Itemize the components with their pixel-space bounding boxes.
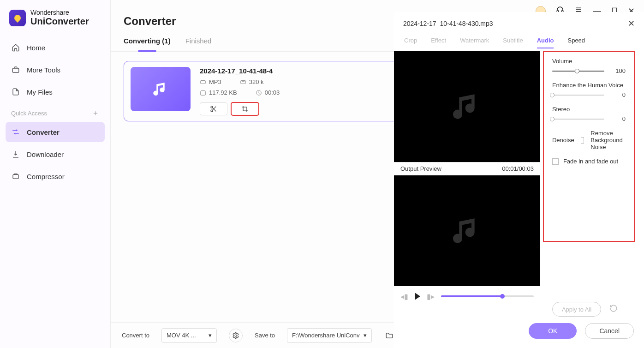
svg-rect-9 bbox=[240, 80, 245, 84]
enhance-voice-slider[interactable] bbox=[552, 95, 604, 96]
tab-finished[interactable]: Finished bbox=[185, 37, 212, 51]
ok-button[interactable]: OK bbox=[529, 323, 577, 339]
next-frame-icon[interactable]: ▮▸ bbox=[427, 292, 435, 301]
tab-crop[interactable]: Crop bbox=[404, 37, 417, 48]
sidebar-item-more-tools[interactable]: More Tools bbox=[6, 60, 105, 80]
svg-rect-1 bbox=[13, 175, 18, 179]
reset-icon[interactable] bbox=[609, 304, 618, 314]
preview-output bbox=[394, 175, 540, 286]
play-button[interactable] bbox=[415, 293, 420, 300]
sidebar-item-label: More Tools bbox=[27, 66, 60, 74]
file-bitrate: 320 k bbox=[240, 78, 264, 85]
stereo-value: 0 bbox=[613, 115, 626, 122]
volume-slider[interactable] bbox=[552, 71, 604, 72]
file-thumbnail bbox=[131, 67, 191, 111]
remove-bg-noise-checkbox[interactable] bbox=[581, 137, 584, 144]
editor-tabs: Crop Effect Watermark Subtitle Audio Spe… bbox=[394, 33, 644, 48]
quick-access-label: Quick Access bbox=[11, 110, 47, 117]
fade-label: Fade in and fade out bbox=[563, 158, 618, 165]
files-icon bbox=[11, 87, 20, 96]
open-folder-button[interactable] bbox=[384, 330, 395, 341]
svg-rect-0 bbox=[12, 68, 19, 72]
sidebar-item-my-files[interactable]: My Files bbox=[6, 82, 105, 102]
sidebar-item-label: Home bbox=[27, 44, 45, 52]
transport-controls: ◂▮ ▮▸ bbox=[394, 286, 540, 306]
audio-settings-panel: Volume 100 Enhance the Human Voice 0 bbox=[543, 51, 635, 242]
brand-top: Wondershare bbox=[30, 9, 89, 16]
home-icon bbox=[11, 43, 20, 52]
brand-bottom: UniConverter bbox=[30, 16, 89, 26]
save-to-select[interactable]: F:\Wondershare UniConv ▾ bbox=[287, 328, 371, 343]
enhance-voice-value: 0 bbox=[613, 91, 626, 98]
tab-converting[interactable]: Converting (1) bbox=[124, 37, 171, 51]
svg-point-11 bbox=[211, 106, 213, 108]
editor-modal: 2024-12-17_10-41-48-430.mp3 ✕ Crop Effec… bbox=[394, 12, 644, 348]
apply-to-all-button[interactable]: Apply to All bbox=[552, 302, 601, 317]
time-display: 00:01/00:03 bbox=[502, 165, 534, 172]
sidebar-item-compressor[interactable]: Compressor bbox=[6, 166, 105, 186]
convert-to-select[interactable]: MOV 4K ... ▾ bbox=[161, 328, 217, 343]
sidebar-item-downloader[interactable]: Downloader bbox=[6, 144, 105, 164]
sidebar-item-label: Downloader bbox=[27, 150, 64, 158]
svg-point-12 bbox=[211, 110, 213, 112]
file-card[interactable]: 2024-12-17_10-41-48-4 MP3 320 k 117.92 K… bbox=[124, 61, 400, 121]
stereo-slider[interactable] bbox=[552, 119, 604, 120]
volume-value: 100 bbox=[613, 67, 626, 74]
progress-bar[interactable] bbox=[441, 295, 534, 297]
preview-input bbox=[394, 51, 540, 162]
toolbox-icon bbox=[11, 65, 20, 74]
volume-label: Volume bbox=[552, 58, 626, 65]
compressor-icon bbox=[11, 172, 20, 181]
brand-logo-icon bbox=[9, 10, 26, 26]
file-name: 2024-12-17_10-41-48-4 bbox=[200, 67, 394, 75]
remove-bg-noise-label: Remove Background Noise bbox=[590, 130, 626, 150]
close-editor-icon[interactable]: ✕ bbox=[628, 18, 635, 29]
settings-button[interactable] bbox=[229, 329, 243, 342]
chevron-down-icon: ▾ bbox=[209, 332, 212, 339]
chevron-down-icon: ▾ bbox=[364, 332, 367, 339]
download-icon bbox=[11, 150, 20, 159]
sidebar-item-label: Converter bbox=[27, 128, 60, 136]
sidebar: Wondershare UniConverter Home More Tools… bbox=[0, 0, 111, 348]
sidebar-item-home[interactable]: Home bbox=[6, 37, 105, 58]
file-size: 117.92 KB bbox=[200, 89, 237, 96]
tab-subtitle[interactable]: Subtitle bbox=[503, 37, 523, 48]
tab-watermark[interactable]: Watermark bbox=[460, 37, 489, 48]
prev-frame-icon[interactable]: ◂▮ bbox=[400, 292, 408, 301]
svg-rect-8 bbox=[201, 80, 206, 84]
fade-checkbox[interactable] bbox=[552, 158, 559, 165]
editor-filename: 2024-12-17_10-41-48-430.mp3 bbox=[403, 20, 493, 27]
cancel-button[interactable]: Cancel bbox=[585, 323, 634, 339]
tab-effect[interactable]: Effect bbox=[431, 37, 446, 48]
save-to-label: Save to bbox=[255, 332, 275, 339]
tab-speed[interactable]: Speed bbox=[567, 37, 585, 48]
stereo-label: Stereo bbox=[552, 106, 626, 113]
enhance-voice-label: Enhance the Human Voice bbox=[552, 82, 626, 89]
add-quick-access-icon[interactable]: ＋ bbox=[92, 108, 99, 118]
converter-icon bbox=[11, 127, 20, 137]
sidebar-item-converter[interactable]: Converter bbox=[6, 122, 105, 142]
file-duration: 00:03 bbox=[256, 89, 280, 96]
trim-button[interactable] bbox=[200, 102, 227, 115]
sidebar-item-label: My Files bbox=[27, 88, 53, 96]
tab-audio[interactable]: Audio bbox=[537, 37, 554, 48]
convert-to-label: Convert to bbox=[122, 332, 149, 339]
file-format: MP3 bbox=[200, 78, 221, 85]
crop-button[interactable] bbox=[231, 102, 259, 115]
denoise-label: Denoise bbox=[552, 137, 574, 144]
output-preview-label: Output Preview bbox=[400, 165, 441, 172]
brand-logo: Wondershare UniConverter bbox=[0, 9, 110, 37]
svg-point-13 bbox=[235, 335, 237, 336]
sidebar-item-label: Compressor bbox=[27, 173, 65, 180]
